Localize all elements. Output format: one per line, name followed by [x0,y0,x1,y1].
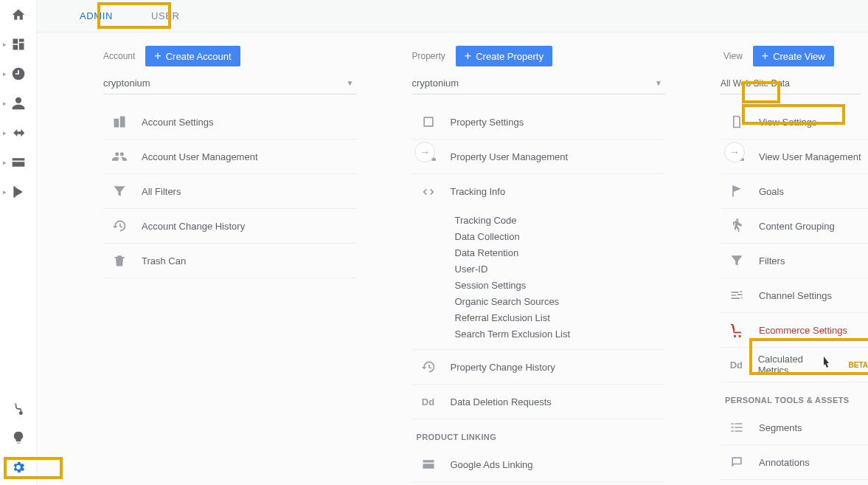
channel-settings[interactable]: Channel Settings [721,278,868,313]
data-deletion-requests[interactable]: DdData Deletion Requests [412,385,666,419]
nav-conversions[interactable]: ▸ [0,177,37,207]
annotations[interactable]: Annotations [721,445,868,480]
left-sidebar: ▸ ▸ ▸ ▸ ▸ ▸ [0,0,37,485]
tracking-info[interactable]: Tracking Info [412,174,666,209]
funnel-icon [111,184,128,199]
dd-icon: Dd [728,360,745,371]
beta-badge: BETA [849,361,868,369]
view-column: View +Create View All Web Site Data View… [721,46,868,485]
tracking-info-sublist: Tracking Code Data Collection Data Reten… [412,209,666,350]
calculated-metrics[interactable]: DdCalculated MetricsBETA [721,348,868,382]
search-term-exclusion-list[interactable]: Search Term Exclusion List [455,326,666,342]
square-icon [420,114,437,129]
data-retention[interactable]: Data Retention [455,244,666,261]
nav-home[interactable] [0,0,37,30]
cursor-pointer-icon [819,355,833,373]
account-change-history[interactable]: Account Change History [103,209,357,244]
account-selector[interactable]: cryptonium▼ [103,72,357,94]
property-label: Property [412,51,445,61]
goals[interactable]: Goals [721,174,868,209]
view-label: View [721,51,746,61]
nav-discover[interactable] [0,423,37,453]
segments[interactable]: Segments [721,410,868,445]
trash-can[interactable]: Trash Can [103,244,357,278]
property-selector[interactable]: cryptonium▼ [412,72,666,94]
history-icon [420,360,437,374]
dd-icon: Dd [420,396,437,407]
all-filters[interactable]: All Filters [103,174,357,209]
plus-icon: + [154,50,161,62]
plus-icon: + [762,50,768,62]
data-collection[interactable]: Data Collection [455,228,666,244]
property-user-management[interactable]: Property User Management [412,140,666,174]
ecommerce-settings[interactable]: Ecommerce Settings [721,313,868,348]
account-column: Account +Create Account cryptonium▼ Acco… [103,46,412,485]
personal-tools-header: PERSONAL TOOLS & ASSETS [721,382,868,410]
create-property-button[interactable]: +Create Property [456,46,552,66]
content-grouping[interactable]: Content Grouping [721,209,868,244]
tab-bar: ADMIN USER [37,0,868,32]
property-settings[interactable]: Property Settings [412,105,666,140]
organic-search-sources[interactable]: Organic Search Sources [455,293,666,309]
chevron-down-icon: ▼ [655,79,662,87]
chevron-down-icon: ▼ [347,79,354,87]
tab-user[interactable]: USER [132,0,199,32]
file-icon [728,114,746,129]
create-account-button[interactable]: +Create Account [145,46,240,66]
sliders-icon [728,288,746,303]
product-linking-header: PRODUCT LINKING [412,419,666,447]
filters[interactable]: Filters [721,244,868,278]
tracking-code[interactable]: Tracking Code [455,212,666,228]
create-view-button[interactable]: +Create View [753,46,834,66]
comment-icon [728,455,746,469]
view-settings[interactable]: View Settings [721,105,868,140]
account-user-management[interactable]: Account User Management [103,140,357,174]
person-run-icon [728,219,746,233]
user-id[interactable]: User-ID [455,261,666,277]
account-settings[interactable]: Account Settings [103,105,357,140]
tab-admin[interactable]: ADMIN [60,0,132,32]
trash-icon [111,253,128,268]
nav-acquisition[interactable]: ▸ [0,118,37,148]
property-column: Property +Create Property cryptonium▼ Pr… [412,46,721,485]
adsense-linking[interactable]: AdSense Linking [412,482,666,485]
nav-realtime[interactable]: ▸ [0,59,37,89]
session-settings[interactable]: Session Settings [455,277,666,293]
funnel-icon [728,253,746,268]
cart-icon [728,323,746,337]
segments-icon [728,420,746,435]
property-change-history[interactable]: Property Change History [412,350,666,385]
collapse-property-button[interactable]: → [724,142,745,162]
history-icon [111,219,128,233]
plus-icon: + [465,50,471,62]
nav-audience[interactable]: ▸ [0,89,37,118]
view-selector[interactable]: All Web Site Data [721,72,861,94]
nav-behavior[interactable]: ▸ [0,148,37,177]
nav-customization[interactable]: ▸ [0,30,37,59]
flag-icon [728,184,746,199]
code-icon [420,185,437,199]
nav-attribution[interactable] [0,393,37,423]
referral-exclusion-list[interactable]: Referral Exclusion List [455,309,666,326]
ads-icon [420,457,437,472]
building-icon [111,114,128,129]
nav-admin[interactable] [0,453,37,482]
users-icon [111,149,128,164]
account-label: Account [103,51,135,61]
google-ads-linking[interactable]: Google Ads Linking [412,447,666,482]
collapse-account-button[interactable]: → [414,142,435,162]
